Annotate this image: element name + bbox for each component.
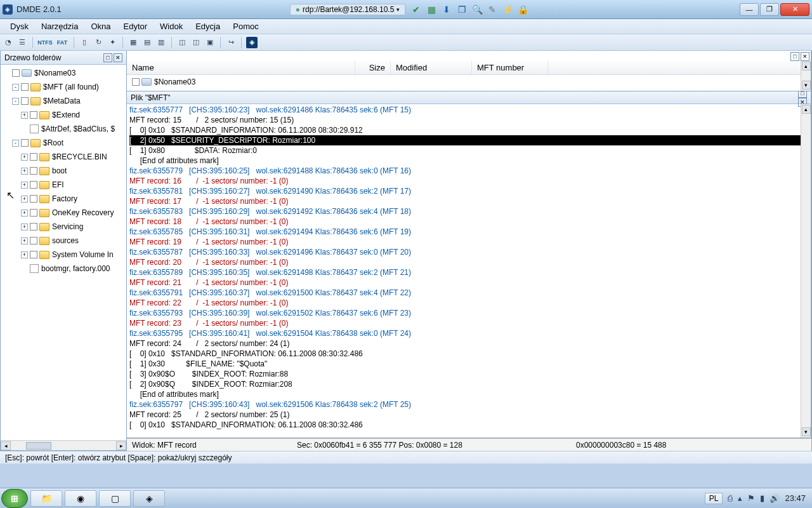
tree-node[interactable]: +Servicing: [1, 220, 126, 234]
mft-line[interactable]: [ 0] 0x10 $STANDARD_INFORMATION: 06.11.2…: [129, 349, 808, 359]
col-name[interactable]: Name: [127, 61, 355, 74]
scroll-thumb[interactable]: [26, 442, 51, 450]
mft-line[interactable]: MFT record: 25 / 2 sectors/ number: 25 (…: [129, 410, 808, 420]
mft-line[interactable]: MFT record: 24 / 2 sectors/ number: 24 (…: [129, 338, 808, 349]
tool-fat[interactable]: FAT: [55, 37, 69, 48]
tree-node[interactable]: +System Volume In: [1, 248, 126, 262]
minimize-button[interactable]: —: [740, 3, 759, 16]
pane-close-icon[interactable]: ✕: [114, 53, 122, 62]
mftpane-maximize-icon[interactable]: □: [798, 91, 807, 98]
expander-icon[interactable]: -: [12, 140, 19, 147]
mft-line[interactable]: MFT record: 20 / -1 sectors/ number: -1 …: [129, 257, 808, 267]
tool-export-icon[interactable]: ↪: [225, 37, 237, 48]
start-button[interactable]: ⊞: [1, 489, 28, 508]
mft-line[interactable]: fiz.sek:6355779 [CHS:395:160:25] wol.sek…: [129, 166, 808, 176]
tree-hscroll[interactable]: ◂ ▸: [1, 440, 126, 450]
tray-flag-icon[interactable]: ⚑: [747, 493, 755, 503]
window-icon[interactable]: ❐: [456, 4, 468, 15]
expander-icon[interactable]: +: [21, 182, 28, 189]
mft-line[interactable]: MFT record: 21 / -1 sectors/ number: -1 …: [129, 277, 808, 288]
mft-line[interactable]: MFT record: 15 / 2 sectors/ number: 15 (…: [129, 115, 808, 125]
tree-checkbox[interactable]: [21, 139, 29, 147]
mft-line[interactable]: [ 1] 0x30 $FILE_NAME: "$Quota": [129, 359, 808, 369]
mft-line[interactable]: [ 3] 0x90$O $INDEX_ROOT: Rozmiar:88: [129, 369, 808, 379]
col-size[interactable]: Size: [355, 61, 391, 74]
tree-node[interactable]: -$MetaData: [1, 94, 126, 108]
tool-ntfs[interactable]: NTFS: [37, 37, 53, 48]
scroll-right-icon[interactable]: ▸: [116, 441, 126, 450]
col-mft[interactable]: MFT number: [472, 61, 548, 74]
menu-narzedzia[interactable]: Narzędzia: [35, 20, 85, 32]
scroll-left-icon[interactable]: ◂: [1, 441, 11, 450]
tool-box3-icon[interactable]: ▣: [204, 37, 216, 48]
mft-line[interactable]: [ 2] 0x50 $SECURITY_DESCRIPTOR: Rozmiar:…: [129, 135, 808, 145]
mft-line[interactable]: [ 1] 0x80 $DATA: Rozmiar:0: [129, 145, 808, 156]
rdp-badge[interactable]: ●rdp://Bartek@192.168.10.5▾: [290, 4, 406, 15]
expander-icon[interactable]: +: [21, 112, 28, 119]
mft-line[interactable]: fiz.sek:6355785 [CHS:395:160:31] wol.sek…: [129, 227, 808, 237]
lock-icon[interactable]: 🔒: [517, 4, 528, 15]
mft-line[interactable]: fiz.sek:6355789 [CHS:395:160:35] wol.sek…: [129, 267, 808, 277]
filepane-close-icon[interactable]: ✕: [801, 52, 809, 61]
tree-checkbox[interactable]: [30, 111, 37, 119]
mft-line[interactable]: MFT record: 18 / -1 sectors/ number: -1 …: [129, 217, 808, 227]
mft-line[interactable]: [ 2] 0x90$Q $INDEX_ROOT: Rozmiar:208: [129, 379, 808, 389]
mft-line[interactable]: MFT record: 23 / -1 sectors/ number: -1 …: [129, 318, 808, 328]
down-arrow-icon[interactable]: ⬇: [441, 4, 452, 15]
menu-edycja[interactable]: Edycja: [189, 20, 226, 32]
tree-checkbox[interactable]: [30, 167, 37, 175]
tool-page-icon[interactable]: ▯: [79, 37, 90, 48]
mftpane-vscroll[interactable]: ▴ ▾: [801, 104, 811, 438]
mft-line[interactable]: MFT record: 22 / -1 sectors/ number: -1 …: [129, 298, 808, 308]
clock[interactable]: 23:47: [785, 493, 806, 503]
tree-node[interactable]: +$RECYCLE.BIN: [1, 150, 126, 164]
tray-battery-icon[interactable]: ▮: [760, 493, 764, 503]
tree-checkbox[interactable]: [30, 209, 37, 217]
mft-scroll-up-icon[interactable]: ▴: [802, 105, 811, 114]
grid-icon[interactable]: ▦: [426, 4, 437, 15]
filepane-maximize-icon[interactable]: □: [790, 52, 799, 61]
tree-node[interactable]: +boot: [1, 164, 126, 178]
file-row[interactable]: $Noname03: [127, 75, 811, 89]
tray-device-icon[interactable]: ⎙: [728, 493, 733, 503]
tree-node[interactable]: -$MFT (all found): [1, 80, 126, 94]
mft-line[interactable]: [ 0] 0x10 $STANDARD_INFORMATION: 06.11.2…: [129, 420, 808, 430]
expander-icon[interactable]: +: [21, 154, 28, 161]
tree-node[interactable]: $AttrDef, $BadClus, $: [1, 122, 126, 136]
tray-volume-icon[interactable]: 🔊: [769, 493, 780, 503]
tree-node[interactable]: +OneKey Recovery: [1, 206, 126, 220]
tree-node[interactable]: $Noname03: [1, 66, 126, 80]
mft-line[interactable]: [ 0] 0x10 $STANDARD_INFORMATION: 06.11.2…: [129, 125, 808, 135]
mft-line[interactable]: [End of attributes mark]: [129, 389, 808, 399]
mft-scroll-down-icon[interactable]: ▾: [802, 427, 811, 436]
task-app1[interactable]: ▢: [99, 490, 131, 507]
mft-line[interactable]: fiz.sek:6355795 [CHS:395:160:41] wol.sek…: [129, 328, 808, 338]
tree-node[interactable]: +EFI: [1, 178, 126, 192]
expander-icon[interactable]: +: [21, 168, 28, 175]
col-modified[interactable]: Modified: [391, 61, 472, 74]
tree-checkbox[interactable]: [30, 195, 37, 203]
check-icon[interactable]: ✔: [410, 4, 422, 15]
mft-line[interactable]: fiz.sek:6355797 [CHS:395:160:43] wol.sek…: [129, 399, 808, 410]
mft-line[interactable]: MFT record: 17 / -1 sectors/ number: -1 …: [129, 196, 808, 206]
mft-line[interactable]: fiz.sek:6355791 [CHS:395:160:37] wol.sek…: [129, 288, 808, 298]
task-explorer[interactable]: 📁: [30, 490, 62, 507]
tree-checkbox[interactable]: [30, 153, 37, 161]
tool-grid3-icon[interactable]: ▥: [155, 37, 167, 48]
lang-indicator[interactable]: PL: [705, 493, 723, 504]
tray-up-icon[interactable]: ▴: [738, 493, 742, 503]
tree-node[interactable]: +sources: [1, 234, 126, 248]
mft-line[interactable]: fiz.sek:6355777 [CHS:395:160:23] wol.sek…: [129, 105, 808, 115]
filepane-vscroll[interactable]: ▴ ▾: [801, 61, 811, 91]
tool-disk-icon[interactable]: ◔: [3, 37, 14, 48]
tree-checkbox[interactable]: [21, 83, 29, 91]
expander-icon[interactable]: +: [21, 224, 28, 231]
tool-list-icon[interactable]: ☰: [16, 37, 28, 48]
plug-icon[interactable]: ⚡: [502, 4, 513, 15]
menu-okna[interactable]: Okna: [84, 20, 117, 32]
search-icon[interactable]: 🔍: [471, 4, 483, 15]
maximize-button[interactable]: ❐: [760, 3, 779, 16]
expander-icon[interactable]: +: [21, 210, 28, 217]
expander-icon[interactable]: +: [21, 251, 28, 258]
tool-grid2-icon[interactable]: ▤: [141, 37, 153, 48]
